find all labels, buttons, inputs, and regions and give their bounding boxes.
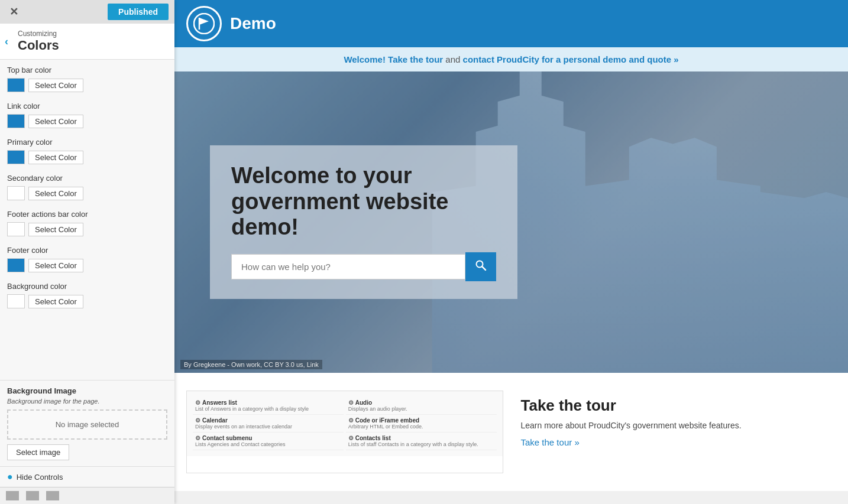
- hide-controls-label: Hide Controls: [17, 473, 63, 482]
- background-image-section: Background Image Background image for th…: [0, 380, 174, 466]
- color-label-primary: Primary color: [7, 138, 167, 147]
- take-tour-title: Take the tour: [521, 396, 837, 415]
- color-picker-row-link: Select Color: [7, 114, 167, 128]
- select-color-btn-primary[interactable]: Select Color: [28, 151, 83, 164]
- panel-nav: ‹ Customizing Colors: [0, 24, 174, 60]
- color-label-link: Link color: [7, 102, 167, 110]
- hide-controls-bar[interactable]: ● Hide Controls: [0, 466, 174, 487]
- customizing-label: Customizing: [18, 30, 167, 38]
- color-label-top-bar: Top bar color: [7, 66, 167, 74]
- color-sections: Top bar colorSelect ColorLink colorSelec…: [0, 60, 174, 380]
- color-swatch-footer[interactable]: [7, 258, 25, 272]
- color-label-footer-actions: Footer actions bar color: [7, 210, 167, 219]
- tour-item: ⚙CalendarDisplay events on an interactiv…: [193, 415, 344, 433]
- color-picker-row-footer-actions: Select Color: [7, 222, 167, 236]
- hero-heading: Welcome to your government website demo!: [231, 163, 496, 240]
- color-swatch-footer-actions[interactable]: [7, 222, 25, 236]
- svg-point-0: [194, 14, 214, 34]
- contact-proudcity-link[interactable]: contact ProudCity for a personal demo an…: [463, 54, 679, 64]
- take-tour-desc: Learn more about ProudCity's government …: [521, 421, 837, 430]
- site-header: Demo: [174, 0, 848, 47]
- svg-marker-1: [199, 18, 209, 25]
- color-row-background: Background colorSelect Color: [7, 282, 167, 308]
- welcome-bar: Welcome! Take the tour and contact Proud…: [174, 47, 848, 71]
- site-title: Demo: [230, 14, 276, 33]
- color-row-top-bar: Top bar colorSelect Color: [7, 66, 167, 92]
- photo-credit: By Gregkeene - Own work, CC BY 3.0 us, L…: [180, 360, 322, 369]
- site-logo: [186, 6, 222, 41]
- select-color-btn-link[interactable]: Select Color: [28, 115, 83, 128]
- bottom-icon-2[interactable]: [26, 491, 39, 500]
- tour-item: ⚙Contact submenuLists Agencies and Conta…: [193, 433, 344, 450]
- bg-image-title: Background Image: [7, 386, 167, 395]
- color-swatch-top-bar[interactable]: [7, 78, 25, 92]
- color-swatch-background[interactable]: [7, 294, 25, 308]
- bottom-icon-3[interactable]: [46, 491, 59, 500]
- hero-search-form: [231, 252, 496, 281]
- search-input[interactable]: [231, 254, 465, 279]
- color-picker-row-secondary: Select Color: [7, 186, 167, 200]
- bg-image-desc: Background image for the page.: [7, 398, 167, 405]
- bottom-icons-bar: [0, 487, 174, 504]
- color-swatch-link[interactable]: [7, 114, 25, 128]
- tour-card-row: ⚙Contact submenuLists Agencies and Conta…: [193, 433, 497, 450]
- no-image-box: No image selected: [7, 409, 167, 440]
- tour-item: ⚙Answers listList of Answers in a catego…: [193, 397, 344, 415]
- hero-section: Welcome to your government website demo!…: [174, 71, 848, 373]
- tour-item: ⚙Code or iFrame embedArbitrary HTML or E…: [346, 415, 497, 433]
- color-picker-row-background: Select Color: [7, 294, 167, 308]
- color-label-background: Background color: [7, 282, 167, 291]
- color-row-footer: Footer colorSelect Color: [7, 246, 167, 272]
- color-label-secondary: Secondary color: [7, 174, 167, 183]
- select-color-btn-top-bar[interactable]: Select Color: [28, 79, 83, 92]
- take-tour-welcome-link[interactable]: Welcome! Take the tour: [344, 54, 443, 64]
- published-button[interactable]: Published: [108, 4, 169, 20]
- welcome-middle-text: and: [445, 54, 462, 64]
- take-tour-section: Take the tour Learn more about ProudCity…: [521, 391, 837, 473]
- panel-top-bar: ✕ Published: [0, 0, 174, 24]
- color-picker-row-footer: Select Color: [7, 258, 167, 272]
- tour-card: ⚙Answers listList of Answers in a catego…: [186, 391, 503, 473]
- tour-item: ⚙AudioDisplays an audio player.: [346, 397, 497, 415]
- customizer-panel: ✕ Published ‹ Customizing Colors Top bar…: [0, 0, 174, 504]
- color-row-primary: Primary colorSelect Color: [7, 138, 167, 164]
- select-color-btn-footer-actions[interactable]: Select Color: [28, 223, 83, 236]
- color-row-link: Link colorSelect Color: [7, 102, 167, 128]
- eye-icon: ●: [7, 472, 13, 482]
- color-picker-row-top-bar: Select Color: [7, 78, 167, 92]
- color-swatch-secondary[interactable]: [7, 186, 25, 200]
- search-button[interactable]: [465, 252, 496, 281]
- select-color-btn-background[interactable]: Select Color: [28, 295, 83, 308]
- color-picker-row-primary: Select Color: [7, 150, 167, 164]
- color-swatch-primary[interactable]: [7, 150, 25, 164]
- select-color-btn-footer[interactable]: Select Color: [28, 259, 83, 272]
- take-tour-link[interactable]: Take the tour »: [521, 437, 580, 447]
- color-row-footer-actions: Footer actions bar colorSelect Color: [7, 210, 167, 236]
- colors-title: Colors: [18, 38, 167, 53]
- select-color-btn-secondary[interactable]: Select Color: [28, 187, 83, 200]
- bottom-icon-1[interactable]: [6, 491, 19, 500]
- tour-item: ⚙Contacts listLists of staff Contacts in…: [346, 433, 497, 450]
- tour-items-container: ⚙Answers listList of Answers in a catego…: [193, 397, 497, 450]
- tour-card-row: ⚙CalendarDisplay events on an interactiv…: [193, 415, 497, 433]
- close-button[interactable]: ✕: [6, 4, 22, 19]
- color-label-footer: Footer color: [7, 246, 167, 255]
- select-image-button[interactable]: Select image: [7, 444, 69, 460]
- svg-line-4: [482, 266, 486, 270]
- tour-card-inner: ⚙Answers listList of Answers in a catego…: [187, 391, 503, 456]
- below-hero-section: ⚙Answers listList of Answers in a catego…: [174, 373, 848, 491]
- color-row-secondary: Secondary colorSelect Color: [7, 174, 167, 200]
- preview-content: Demo Welcome! Take the tour and contact …: [174, 0, 848, 504]
- tour-card-row: ⚙Answers listList of Answers in a catego…: [193, 397, 497, 415]
- back-arrow-icon[interactable]: ‹: [5, 35, 8, 48]
- hero-content-box: Welcome to your government website demo!: [210, 145, 517, 299]
